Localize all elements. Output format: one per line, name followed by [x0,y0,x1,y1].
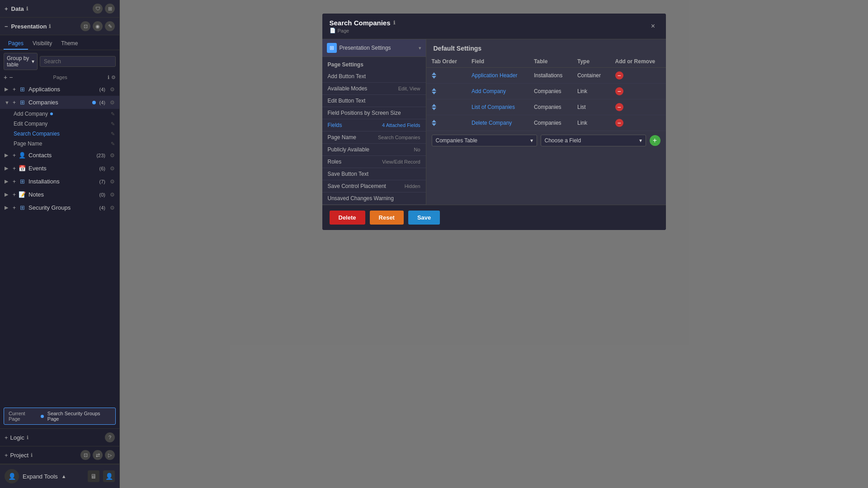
field-selector-dropdown[interactable]: Choose a Field ▾ [541,135,646,146]
sidebar-item-applications[interactable]: ▶ + ⊞ Applications (4) ⚙ [0,83,119,96]
tab-pages[interactable]: Pages [4,38,28,50]
row1-down-arrow[interactable] [432,76,436,79]
row4-up-arrow[interactable] [432,120,436,122]
save-button[interactable]: Save [408,211,440,225]
setting-fields[interactable]: Fields 4 Attached Fields [322,119,426,131]
subnav-page-name[interactable]: Page Name ✎ [14,139,119,149]
subnav-add-company[interactable]: Add Company ✎ [14,109,119,119]
row2-field-link[interactable]: Add Company [472,88,506,94]
search-companies-edit-icon[interactable]: ✎ [111,131,115,137]
project-info-icon[interactable]: ℹ [31,452,33,458]
modal-close-button[interactable]: × [648,21,659,32]
group-by-dropdown[interactable]: Group by table ▾ [4,53,38,70]
project-icon-3[interactable]: ▷ [105,450,115,460]
pages-info-icon[interactable]: ℹ [108,75,109,80]
row4-down-arrow[interactable] [432,123,436,126]
expand-tools-bar: 👤 Expand Tools ▲ 🖥 👤 [0,464,119,488]
add-page-button[interactable]: + [4,74,7,81]
edit-company-edit-icon[interactable]: ✎ [111,121,115,127]
layout-icon[interactable]: ⊡ [80,21,90,31]
row2-sort-arrows [432,88,436,94]
stack-icon[interactable]: ⊞ [105,4,115,14]
row1-field-link[interactable]: Application Header [472,72,517,79]
pages-settings-icon[interactable]: ⚙ [111,75,116,80]
row1-remove-button[interactable]: − [615,71,623,80]
add-contacts-icon[interactable]: + [13,152,16,159]
data-info-icon[interactable]: ℹ [26,6,28,12]
row3-up-arrow[interactable] [432,104,436,107]
subnav-search-companies[interactable]: Search Companies ✎ [14,129,119,139]
tab-theme[interactable]: Theme [57,38,82,50]
avatar-icon[interactable]: 👤 [5,469,19,483]
setting-available-modes[interactable]: Available Modes Edit, View [322,83,426,95]
row4-field[interactable]: Delete Company [466,115,528,131]
add-companies-icon[interactable]: + [13,99,16,106]
sidebar-item-security-groups[interactable]: ▶ + ⊞ Security Groups (4) ⚙ [0,201,119,214]
ps-chevron-icon: ▾ [419,45,421,51]
sidebar-item-notes[interactable]: ▶ + 📝 Notes (0) ⚙ [0,188,119,201]
logic-info-icon[interactable]: ℹ [27,435,28,441]
row4-remove-button[interactable]: − [615,119,623,127]
row3-remove-button[interactable]: − [615,103,623,111]
add-notes-icon[interactable]: + [13,192,16,198]
setting-publicly-available[interactable]: Publicly Available No [322,144,426,156]
row2-down-arrow[interactable] [432,92,436,94]
add-installations-icon[interactable]: + [13,178,16,185]
sidebar-item-contacts[interactable]: ▶ + 👤 Contacts (23) ⚙ [0,149,119,162]
logic-question-icon[interactable]: ? [105,432,115,442]
project-icon-1[interactable]: ⊡ [80,450,90,460]
row3-down-arrow[interactable] [432,108,436,110]
sidebar-item-events[interactable]: ▶ + 📅 Events (6) ⚙ [0,162,119,175]
eye-icon[interactable]: ◉ [93,21,103,31]
sidebar-item-installations[interactable]: ▶ + ⊞ Installations (7) ⚙ [0,175,119,188]
monitor-icon[interactable]: 🖥 [88,470,99,482]
table-selector-dropdown[interactable]: Companies Table ▾ [432,135,537,146]
logic-plus-icon[interactable]: + [5,434,8,441]
row3-type: List [572,99,610,115]
user-icon[interactable]: 👤 [103,470,115,482]
row3-field[interactable]: List of Companies [466,99,528,115]
row3-field-link[interactable]: List of Companies [472,104,515,110]
pencil-icon[interactable]: ✎ [105,21,115,31]
page-name-edit-icon[interactable]: ✎ [111,141,115,147]
applications-gear-icon[interactable]: ⚙ [110,86,115,93]
presentation-info-icon[interactable]: ℹ [49,23,51,29]
notes-gear-icon[interactable]: ⚙ [110,192,115,198]
contacts-gear-icon[interactable]: ⚙ [110,152,115,159]
shield-icon[interactable]: 🛡 [93,4,103,14]
modal-title-info-icon[interactable]: ℹ [393,20,395,26]
installations-count: (7) [99,179,105,184]
row1-up-arrow[interactable] [432,72,436,75]
installations-gear-icon[interactable]: ⚙ [110,178,115,185]
add-applications-icon[interactable]: + [13,86,16,93]
subnav-edit-company[interactable]: Edit Company ✎ [14,119,119,129]
project-icon-2[interactable]: ⇄ [93,450,103,460]
security-groups-gear-icon[interactable]: ⚙ [110,205,115,211]
project-plus-icon[interactable]: + [5,452,8,459]
row2-field[interactable]: Add Company [466,84,528,99]
setting-save-control-placement[interactable]: Save Control Placement Hidden [322,180,426,192]
setting-roles[interactable]: Roles View/Edit Record [322,156,426,168]
reset-button[interactable]: Reset [370,211,404,225]
delete-button[interactable]: Delete [330,211,365,225]
minus-icon[interactable]: − [5,23,8,30]
add-field-button[interactable]: + [650,135,660,146]
add-security-groups-icon[interactable]: + [13,205,16,211]
setting-field-positions[interactable]: Field Positions by Screen Size [322,107,426,119]
row2-up-arrow[interactable] [432,88,436,91]
expand-icon-notes: ▶ [5,192,10,197]
plus-icon[interactable]: + [5,5,8,12]
events-gear-icon[interactable]: ⚙ [110,165,115,172]
add-events-icon[interactable]: + [13,165,16,172]
row4-field-link[interactable]: Delete Company [472,120,512,126]
tab-visibility[interactable]: Visibility [28,38,57,50]
sidebar-item-companies[interactable]: ▼ + ⊞ Companies (4) ⚙ [0,96,119,109]
presentation-settings-dropdown[interactable]: ⊞ Presentation Settings ▾ [322,39,426,57]
row2-remove-button[interactable]: − [615,87,623,95]
search-input[interactable] [40,56,116,67]
companies-gear-icon[interactable]: ⚙ [110,99,115,106]
add-company-edit-icon[interactable]: ✎ [111,111,115,117]
remove-page-button[interactable]: − [9,74,13,81]
row1-field[interactable]: Application Header [466,68,528,84]
notes-count: (0) [99,192,105,197]
